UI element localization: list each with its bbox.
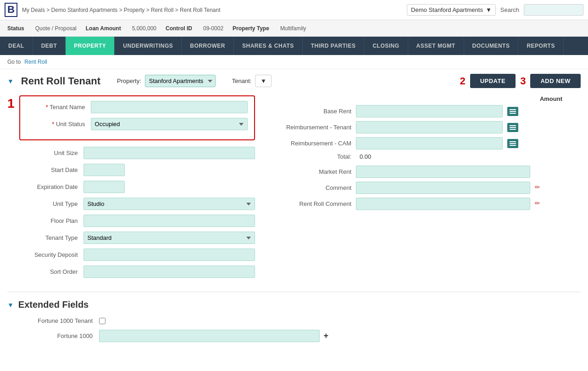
unit-type-select[interactable]: Studio 1 Bedroom 2 Bedroom 3 Bedroom [83,198,255,210]
step2-number: 2 [460,75,465,87]
security-deposit-label: Security Deposit [19,251,83,258]
fortune-1000-group: Fortune 1000 + [7,330,328,342]
goto-bar: Go to Rent Roll [0,55,588,69]
action-buttons: 2 UPDATE 3 ADD NEW [460,74,581,88]
property-type-label: Property Type [233,25,269,32]
floor-plan-input[interactable] [83,215,255,227]
form-area: 1 * Tenant Name * Unit Status [7,95,581,282]
section-toggle[interactable]: ▼ [7,78,14,85]
comment-row: Comment ✏ [269,182,581,194]
section-divider [7,292,581,292]
tab-shares-chats[interactable]: SHARES & CHATS [234,37,303,55]
property-select-group: Property: Stanford Apartments [117,75,216,87]
property-type-value: Multifamily [280,25,306,32]
form-left: 1 * Tenant Name * Unit Status [7,95,255,282]
sort-order-label: Sort Order [19,268,83,275]
reimbursement-tenant-icon[interactable] [507,123,518,132]
start-date-label: Start Date [19,166,83,173]
search-label: Search [500,6,519,13]
reimbursement-cam-input[interactable] [356,137,503,150]
reimbursement-tenant-row: Reimbursement - Tenant [269,121,581,133]
add-new-button[interactable]: ADD NEW [530,74,581,88]
svg-rect-4 [510,127,516,128]
property-label: Property: [117,78,141,84]
comment-label: Comment [269,184,351,191]
unit-size-input[interactable] [83,147,255,159]
sort-order-group: Sort Order [19,266,255,278]
tenant-type-select[interactable]: Standard Commercial Retail [83,232,255,244]
unit-status-label: * Unit Status [27,121,91,127]
fortune-1000-input[interactable] [99,330,320,342]
reimbursement-cam-row: Reimbursement - CAM [269,137,581,150]
reimbursement-tenant-input[interactable] [356,121,503,133]
unit-status-group: * Unit Status Occupied Vacant Owner Occu… [27,118,248,130]
rent-roll-comment-input[interactable] [356,198,530,210]
top-bar: B My Deals > Demo Stanford Apartments > … [0,0,588,20]
unit-size-group: Unit Size [19,147,255,159]
tab-debt[interactable]: DEBT [33,37,66,55]
tenant-name-label: * Tenant Name [27,104,91,111]
chevron-down-icon: ▼ [261,78,266,84]
tenant-type-group: Tenant Type Standard Commercial Retail [19,232,255,244]
svg-rect-8 [510,145,516,146]
reimbursement-cam-icon[interactable] [507,139,518,148]
status-label: Status [7,25,24,32]
comment-input[interactable] [356,182,530,194]
status-value: Quote / Proposal [35,25,77,32]
market-rent-input[interactable] [356,166,530,178]
unit-size-label: Unit Size [19,150,83,156]
property-select[interactable]: Stanford Apartments [145,75,216,87]
svg-rect-7 [510,143,516,144]
tab-property[interactable]: PROPERTY [66,37,115,55]
goto-rent-roll-link[interactable]: Rent Roll [24,59,47,65]
unit-status-select[interactable]: Occupied Vacant Owner Occupied [91,118,248,130]
sort-order-input[interactable] [83,266,255,278]
step1-number: 1 [7,96,15,111]
tab-third-parties[interactable]: THIRD PARTIES [303,37,365,55]
required-star: * [46,104,50,111]
tab-closing[interactable]: CLOSING [364,37,408,55]
expiration-date-label: Expiration Date [19,183,83,190]
tab-reports[interactable]: REPORTS [518,37,564,55]
base-rent-icon[interactable] [507,107,518,116]
comment-edit-icon[interactable]: ✏ [535,183,544,193]
tab-documents[interactable]: DOCUMENTS [464,37,519,55]
expiration-date-input[interactable] [83,181,125,193]
tab-asset-mgmt[interactable]: ASSET MGMT [408,37,464,55]
tab-underwritings[interactable]: UNDERWRITINGS [115,37,182,55]
tenant-select-group: Tenant: ▼ [232,75,272,87]
reimbursement-tenant-label: Reimbursement - Tenant [269,124,351,131]
svg-rect-0 [510,109,516,110]
form-right: Amount Base Rent Reimbursement - Tenant [269,95,581,282]
tab-borrower[interactable]: BORROWER [182,37,234,55]
start-date-input[interactable] [83,164,125,176]
rent-roll-comment-edit-icon[interactable]: ✏ [535,199,544,209]
fortune-1000-tenant-checkbox[interactable] [99,318,105,324]
control-id-label: Control ID [166,25,192,32]
extended-toggle[interactable]: ▼ [7,301,14,309]
fortune-1000-label: Fortune 1000 [7,332,99,339]
search-input[interactable] [524,4,583,16]
fortune-1000-plus[interactable]: + [323,331,328,341]
extended-header: ▼ Extended Fields [7,299,581,310]
control-id-value: 09-0002 [203,25,223,32]
extended-section: ▼ Extended Fields Fortune 1000 Tenant Fo… [7,299,581,342]
tab-deal[interactable]: DEAL [0,37,33,55]
deal-name: Demo Stanford Apartments [411,6,483,13]
section-header: ▼ Rent Roll Tenant Property: Stanford Ap… [7,74,581,88]
tenant-name-input[interactable] [91,101,248,113]
reimbursement-cam-label: Reimbursement - CAM [269,140,351,147]
update-button[interactable]: UPDATE [470,74,516,88]
svg-rect-6 [510,141,516,142]
fortune-1000-tenant-group: Fortune 1000 Tenant [7,317,328,324]
market-rent-label: Market Rent [269,168,351,175]
base-rent-input[interactable] [356,105,503,117]
deal-selector[interactable]: Demo Stanford Apartments ▼ [407,4,496,16]
goto-label: Go to [7,59,21,65]
base-rent-label: Base Rent [269,108,351,115]
tenant-dropdown[interactable]: ▼ [255,75,272,87]
base-rent-row: Base Rent [269,105,581,117]
security-deposit-input[interactable] [83,249,255,261]
extended-title: Extended Fields [18,299,89,310]
step3-number: 3 [520,75,526,87]
